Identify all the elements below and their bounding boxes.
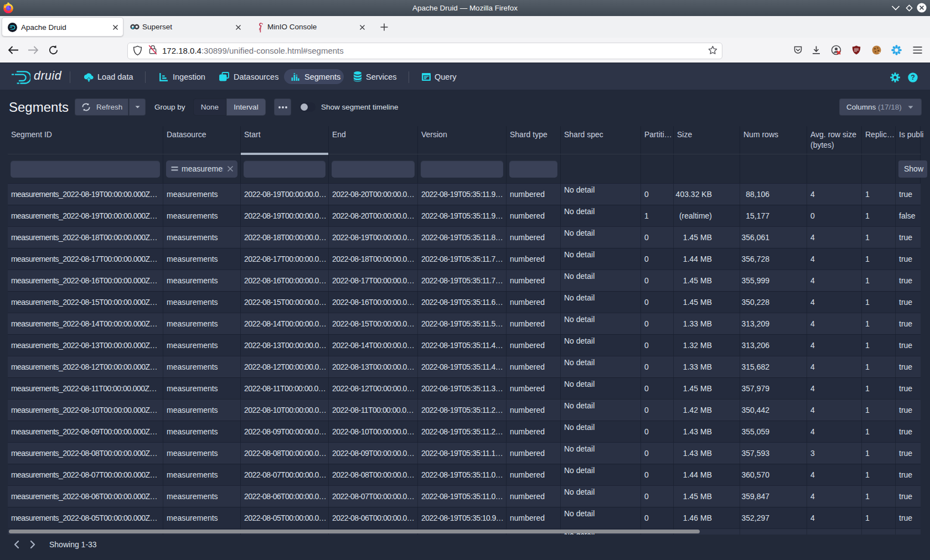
svg-text:?: ? bbox=[911, 74, 915, 81]
